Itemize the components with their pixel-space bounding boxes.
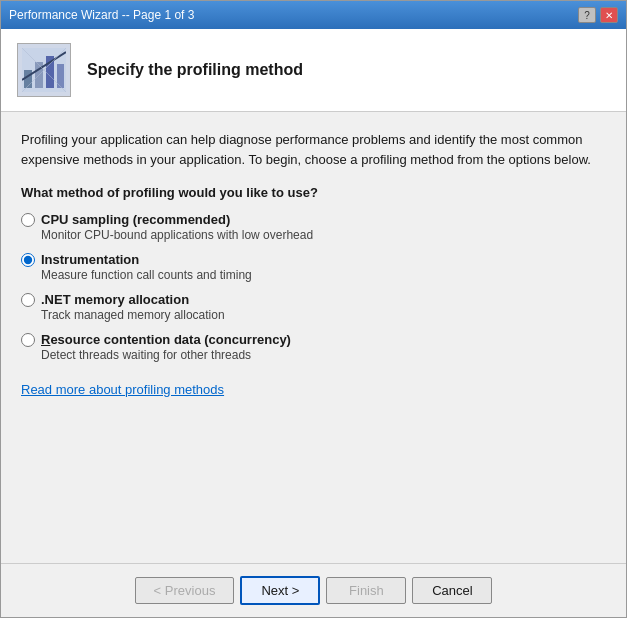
resource-contention-radio[interactable] [21, 333, 35, 347]
resource-contention-label[interactable]: Resource contention data (concurrency) [41, 332, 291, 347]
wizard-icon-svg [22, 48, 66, 92]
option-net-memory: .NET memory allocation Track managed mem… [21, 292, 606, 322]
option-resource-contention: Resource contention data (concurrency) D… [21, 332, 606, 362]
title-bar: Performance Wizard -- Page 1 of 3 ? ✕ [1, 1, 626, 29]
net-memory-label-row: .NET memory allocation [21, 292, 606, 307]
instrumentation-label[interactable]: Instrumentation [41, 252, 139, 267]
instrumentation-label-row: Instrumentation [21, 252, 606, 267]
description-text: Profiling your application can help diag… [21, 130, 606, 169]
window-title: Performance Wizard -- Page 1 of 3 [9, 8, 194, 22]
cpu-sampling-label-row: CPU sampling (recommended) [21, 212, 606, 227]
footer-area: < Previous Next > Finish Cancel [1, 563, 626, 617]
instrumentation-label-text: Instrumentation [41, 252, 139, 267]
title-controls: ? ✕ [578, 7, 618, 23]
header-area: Specify the profiling method [1, 29, 626, 112]
resource-contention-label-row: Resource contention data (concurrency) [21, 332, 606, 347]
cpu-sampling-sublabel: Monitor CPU-bound applications with low … [41, 228, 606, 242]
cpu-sampling-radio[interactable] [21, 213, 35, 227]
instrumentation-radio[interactable] [21, 253, 35, 267]
radio-group: CPU sampling (recommended) Monitor CPU-b… [21, 212, 606, 362]
wizard-window: Performance Wizard -- Page 1 of 3 ? ✕ Sp… [0, 0, 627, 618]
cpu-sampling-label[interactable]: CPU sampling (recommended) [41, 212, 230, 227]
finish-button[interactable]: Finish [326, 577, 406, 604]
content-area: Profiling your application can help diag… [1, 112, 626, 563]
next-button[interactable]: Next > [240, 576, 320, 605]
close-button[interactable]: ✕ [600, 7, 618, 23]
resource-contention-sublabel: Detect threads waiting for other threads [41, 348, 606, 362]
option-cpu-sampling: CPU sampling (recommended) Monitor CPU-b… [21, 212, 606, 242]
cancel-button[interactable]: Cancel [412, 577, 492, 604]
read-more-link[interactable]: Read more about profiling methods [21, 382, 224, 397]
help-button[interactable]: ? [578, 7, 596, 23]
previous-button[interactable]: < Previous [135, 577, 235, 604]
wizard-icon [17, 43, 71, 97]
header-title: Specify the profiling method [87, 61, 303, 79]
instrumentation-sublabel: Measure function call counts and timing [41, 268, 606, 282]
option-instrumentation: Instrumentation Measure function call co… [21, 252, 606, 282]
resource-contention-label-text: Resource contention data (concurrency) [41, 332, 291, 347]
net-memory-radio[interactable] [21, 293, 35, 307]
net-memory-sublabel: Track managed memory allocation [41, 308, 606, 322]
net-memory-label-text: .NET memory allocation [41, 292, 189, 307]
question-label: What method of profiling would you like … [21, 185, 606, 200]
net-memory-label[interactable]: .NET memory allocation [41, 292, 189, 307]
cpu-label-text: CPU sampling (recommended) [41, 212, 230, 227]
